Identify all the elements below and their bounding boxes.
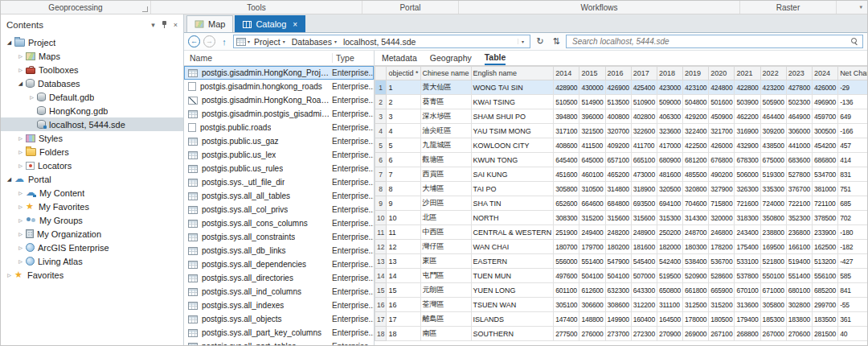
tab-catalog[interactable]: Catalog × bbox=[235, 15, 305, 32]
cell[interactable]: 9 bbox=[387, 196, 420, 211]
breadcrumb-dropdown-icon[interactable]: ▾ bbox=[518, 39, 527, 44]
cell[interactable]: 322600 bbox=[631, 124, 657, 138]
cell[interactable]: 離島區 bbox=[420, 312, 471, 327]
cell[interactable]: 645000 bbox=[579, 153, 605, 167]
sort-button[interactable]: ⇅ bbox=[550, 36, 563, 47]
cell[interactable]: 164500 bbox=[657, 312, 682, 327]
cell[interactable]: 661800 bbox=[683, 283, 709, 298]
cell[interactable]: 327900 bbox=[709, 182, 735, 196]
cell[interactable]: 觀塘區 bbox=[420, 153, 471, 167]
cell[interactable]: KOWLOON CITY bbox=[471, 138, 554, 153]
cell[interactable]: 521800 bbox=[760, 254, 786, 269]
back-button[interactable]: ← bbox=[188, 35, 200, 47]
cell[interactable]: 536700 bbox=[709, 254, 735, 269]
cell[interactable]: 423100 bbox=[683, 80, 709, 95]
cell[interactable]: 506000 bbox=[735, 167, 760, 182]
cell[interactable]: 507000 bbox=[631, 269, 657, 283]
cell[interactable]: 681200 bbox=[683, 153, 709, 167]
forward-button[interactable]: → bbox=[203, 35, 215, 47]
cell[interactable]: 361 bbox=[838, 312, 867, 327]
cell[interactable]: 406300 bbox=[657, 109, 682, 124]
cell[interactable]: 664600 bbox=[579, 196, 605, 211]
cell[interactable]: 513200 bbox=[812, 254, 837, 269]
cell[interactable]: 14 bbox=[387, 269, 420, 283]
tree-item-favorites[interactable]: ▷Favorites bbox=[1, 268, 183, 282]
cell[interactable]: 426900 bbox=[605, 80, 631, 95]
tree-item-styles[interactable]: ▷Styles bbox=[1, 131, 183, 145]
cell[interactable]: WAN CHAI bbox=[471, 240, 554, 254]
cell[interactable]: 313600 bbox=[735, 298, 760, 312]
cell[interactable]: 4 bbox=[387, 124, 420, 138]
column-header-2019[interactable]: 2019 bbox=[683, 67, 709, 80]
cell[interactable]: 670100 bbox=[735, 283, 760, 298]
cell[interactable]: -55 bbox=[838, 298, 867, 312]
dialog-launcher-icon[interactable] bbox=[142, 6, 148, 12]
cell[interactable]: 323600 bbox=[657, 124, 682, 138]
cell[interactable]: 645400 bbox=[554, 153, 579, 167]
cell[interactable]: 490200 bbox=[709, 167, 735, 182]
cell[interactable]: 12 bbox=[387, 240, 420, 254]
cell[interactable]: 18 bbox=[387, 327, 420, 341]
cell[interactable]: 841 bbox=[838, 283, 867, 298]
cell[interactable]: -29 bbox=[838, 80, 867, 95]
cell[interactable]: 7 bbox=[387, 167, 420, 182]
cell[interactable]: 451600 bbox=[554, 167, 579, 182]
catalog-item[interactable]: postgis.gisadmin.HongKong_ProjectedPop..… bbox=[184, 66, 374, 80]
cell[interactable]: 灣仔區 bbox=[420, 240, 471, 254]
cell[interactable]: WONG TAI SIN bbox=[471, 80, 554, 95]
cell[interactable]: 676800 bbox=[709, 153, 735, 167]
cell[interactable]: 513500 bbox=[605, 95, 631, 109]
cell[interactable]: 248200 bbox=[605, 225, 631, 240]
cell[interactable]: 248700 bbox=[683, 225, 709, 240]
cell[interactable]: 496900 bbox=[812, 95, 837, 109]
cell[interactable]: 281500 bbox=[812, 327, 837, 341]
row-number[interactable]: 15 bbox=[375, 283, 387, 298]
cell[interactable]: 414 bbox=[838, 153, 867, 167]
cell[interactable]: 694100 bbox=[657, 196, 682, 211]
search-box[interactable] bbox=[566, 35, 863, 48]
cell[interactable]: 335300 bbox=[760, 182, 786, 196]
cell[interactable]: 320800 bbox=[683, 182, 709, 196]
cell[interactable]: 632300 bbox=[605, 283, 631, 298]
cell[interactable]: 352300 bbox=[786, 211, 812, 225]
cell[interactable]: 249400 bbox=[579, 225, 605, 240]
auto-hide-pin-icon[interactable] bbox=[161, 20, 168, 29]
table-row[interactable]: 99沙田區SHA TIN6526006646006848006935006941… bbox=[375, 196, 868, 211]
table-row[interactable]: 1212灣仔區WAN CHAI1807001797001802001816001… bbox=[375, 240, 868, 254]
catalog-item[interactable]: postgis.sys._utl_file_dirEnterprise... bbox=[184, 175, 374, 189]
cell[interactable]: 160400 bbox=[631, 312, 657, 327]
search-input[interactable] bbox=[571, 36, 848, 47]
catalog-item[interactable]: postgis.sys.all_all_tablesEnterprise... bbox=[184, 189, 374, 203]
catalog-item[interactable]: postgis.sys.all_constraintsEnterprise... bbox=[184, 230, 374, 244]
cell[interactable]: 屯門區 bbox=[420, 269, 471, 283]
cell[interactable]: 302800 bbox=[786, 298, 812, 312]
cell[interactable]: 180500 bbox=[709, 312, 735, 327]
row-number[interactable]: 1 bbox=[375, 80, 387, 95]
cell[interactable]: 320000 bbox=[709, 211, 735, 225]
cell[interactable]: 556000 bbox=[554, 254, 579, 269]
catalog-item[interactable]: postgis.sys.all_indexesEnterprise... bbox=[184, 299, 374, 312]
expand-icon[interactable]: ▷ bbox=[15, 163, 26, 168]
cell[interactable]: 299700 bbox=[812, 298, 837, 312]
cell[interactable]: 178200 bbox=[709, 240, 735, 254]
cell[interactable]: 510500 bbox=[554, 95, 579, 109]
cell[interactable]: 8 bbox=[387, 182, 420, 196]
expand-icon[interactable]: ▷ bbox=[15, 217, 26, 223]
column-header-name[interactable]: Name bbox=[184, 53, 332, 63]
cell[interactable]: 荃灣區 bbox=[420, 298, 471, 312]
cell[interactable]: 148800 bbox=[579, 312, 605, 327]
cell[interactable]: 721600 bbox=[735, 196, 760, 211]
table-row[interactable]: 1515元朗區YUEN LONG601100612600632300643300… bbox=[375, 283, 868, 298]
cell[interactable]: CENTRAL & WESTERN bbox=[471, 225, 554, 240]
catalog-item[interactable]: postgis.sys.all_col_privsEnterprise... bbox=[184, 203, 374, 216]
cell[interactable]: 306000 bbox=[786, 124, 812, 138]
table-row[interactable]: 1717離島區ISLANDS14740014880014990016040016… bbox=[375, 312, 868, 327]
cell[interactable]: 649 bbox=[838, 109, 867, 124]
cell[interactable]: 585 bbox=[838, 269, 867, 283]
cell[interactable]: 2 bbox=[387, 95, 420, 109]
cell[interactable]: 430000 bbox=[579, 80, 605, 95]
cell[interactable]: 油尖旺區 bbox=[420, 124, 471, 138]
cell[interactable]: 462200 bbox=[735, 109, 760, 124]
panel-menu-chevron-icon[interactable]: ▾ bbox=[151, 21, 155, 29]
table-row[interactable]: 77西貢區SAI KUNG451600460100465200473000481… bbox=[375, 167, 868, 182]
